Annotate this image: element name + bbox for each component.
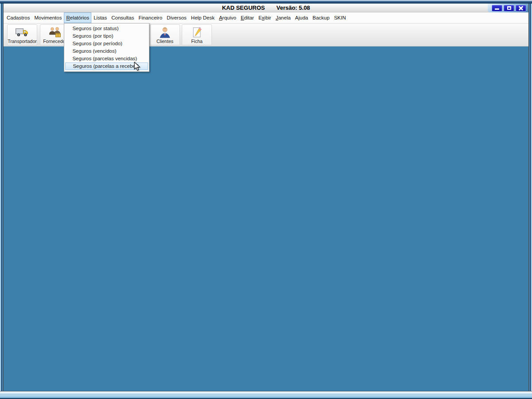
maximize-button[interactable] xyxy=(504,5,514,12)
menu-item-arquivo[interactable]: Arquivo xyxy=(217,12,239,23)
client-area xyxy=(4,47,528,391)
client-icon xyxy=(159,27,171,38)
toolbar-button-label: Ficha xyxy=(191,39,203,44)
menu-item-label: Janela xyxy=(276,15,291,20)
truck-icon xyxy=(15,27,29,38)
menubar: Cadastros Movimentos Relatórios Seguros … xyxy=(4,12,528,23)
minimize-button[interactable] xyxy=(492,5,502,12)
menu-item-label: Movimentos xyxy=(34,15,62,20)
menu-item-label: Editar xyxy=(241,15,254,20)
maximize-icon xyxy=(507,6,511,10)
titlebar: KAD SEGUROSVersão: 5.08 xyxy=(4,4,528,12)
dropdown-item-seguros-por-periodo[interactable]: Seguros (por período) xyxy=(64,40,149,47)
window-frame-right xyxy=(528,0,532,399)
menu-item-label: SKIN xyxy=(334,15,346,20)
dropdown-item-seguros-por-tipo[interactable]: Seguros (por tipo) xyxy=(64,32,149,40)
menu-item-financeiro[interactable]: Financeiro xyxy=(136,12,164,23)
menu-item-editar[interactable]: Editar xyxy=(239,12,256,23)
suppliers-icon xyxy=(48,27,62,38)
toolbar-button-clientes[interactable]: Clientes xyxy=(150,24,180,45)
menu-item-help-desk[interactable]: Help Desk xyxy=(189,12,217,23)
menu-item-label: Backup xyxy=(313,15,329,20)
menu-item-movimentos[interactable]: Movimentos xyxy=(32,12,64,23)
menu-item-label: Help Desk xyxy=(191,15,215,20)
close-icon xyxy=(518,6,524,11)
menu-item-backup[interactable]: Backup xyxy=(310,12,332,23)
menu-item-label: Ajuda xyxy=(295,15,308,20)
window-frame-top xyxy=(0,0,532,4)
app-version: Versão: 5.08 xyxy=(276,4,310,11)
menu-item-label: Arquivo xyxy=(219,15,236,20)
close-button[interactable] xyxy=(516,5,526,12)
form-pencil-icon xyxy=(191,27,203,38)
menu-item-ajuda[interactable]: Ajuda xyxy=(293,12,310,23)
window-frame-bottom xyxy=(0,391,532,399)
toolbar-button-ficha[interactable]: Ficha xyxy=(182,24,212,45)
menu-item-label: Consultas xyxy=(111,15,134,20)
dropdown-item-seguros-vencidos[interactable]: Seguros (vencidos) xyxy=(64,47,149,55)
toolbar-button-transportador[interactable]: Transportador xyxy=(7,24,37,45)
menu-item-diversos[interactable]: Diversos xyxy=(164,12,189,23)
minimize-icon xyxy=(495,8,499,10)
menu-item-consultas[interactable]: Consultas xyxy=(109,12,136,23)
menu-item-label: Cadastros xyxy=(7,15,30,20)
app-title: KAD SEGUROS xyxy=(222,4,265,11)
window-frame-left xyxy=(0,0,4,399)
menu-item-label: Listas xyxy=(94,15,107,20)
window-controls xyxy=(488,4,528,12)
toolbar-button-label: Fornecedor xyxy=(43,39,67,44)
menu-item-exibir[interactable]: Exibir xyxy=(256,12,274,23)
menu-item-skin[interactable]: SKIN xyxy=(332,12,348,23)
menu-item-label: Exibir xyxy=(258,15,271,20)
menu-item-cadastros[interactable]: Cadastros xyxy=(4,12,32,23)
menu-item-label: Diversos xyxy=(167,15,187,20)
dropdown-item-seguros-por-status[interactable]: Seguros (por status) xyxy=(64,25,149,32)
mouse-cursor xyxy=(134,62,141,71)
toolbar-button-label: Clientes xyxy=(156,39,173,44)
menu-item-label: Relatórios xyxy=(66,15,89,20)
menu-item-relatorios[interactable]: Relatórios Seguros (por status) Seguros … xyxy=(64,12,91,23)
titlebar-text: KAD SEGUROSVersão: 5.08 xyxy=(4,4,528,12)
toolbar-button-label: Transportador xyxy=(8,39,37,44)
menu-item-janela[interactable]: Janela xyxy=(274,12,293,23)
menu-item-listas[interactable]: Listas xyxy=(91,12,109,23)
menu-item-label: Financeiro xyxy=(138,15,162,20)
